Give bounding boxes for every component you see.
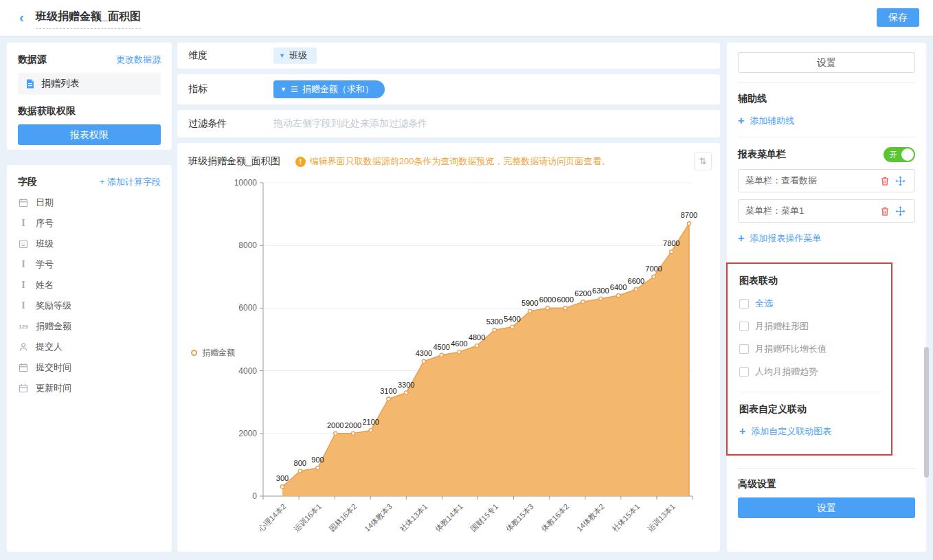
chevron-down-icon: ▼ bbox=[280, 86, 286, 93]
legend-item[interactable]: 捐赠金额 bbox=[191, 347, 235, 359]
linkage-option-label: 全选 bbox=[755, 298, 773, 310]
move-icon[interactable] bbox=[892, 206, 908, 216]
checkbox-icon[interactable] bbox=[739, 299, 749, 309]
field-item[interactable]: I姓名 bbox=[18, 275, 161, 295]
field-item[interactable]: I学号 bbox=[18, 254, 161, 275]
plus-icon: + bbox=[100, 177, 107, 187]
svg-text:4500: 4500 bbox=[433, 343, 449, 351]
add-report-menu-link[interactable]: + 添加报表操作菜单 bbox=[738, 232, 915, 245]
svg-text:6000: 6000 bbox=[557, 295, 574, 304]
field-item[interactable]: 日期 bbox=[18, 192, 161, 213]
dimension-row: 维度 ▼ 班级 bbox=[177, 43, 720, 69]
svg-text:社体15本1: 社体15本1 bbox=[610, 502, 641, 533]
svg-text:2000: 2000 bbox=[345, 421, 361, 429]
checkbox-icon[interactable] bbox=[739, 367, 749, 377]
fields-title: 字段 bbox=[18, 176, 37, 188]
svg-text:体教14本1: 体教14本1 bbox=[433, 502, 464, 534]
svg-text:7800: 7800 bbox=[663, 239, 679, 247]
delete-icon[interactable] bbox=[877, 206, 892, 216]
svg-text:800: 800 bbox=[294, 459, 306, 467]
svg-text:5400: 5400 bbox=[504, 315, 520, 323]
report-permission-button[interactable]: 报表权限 bbox=[18, 124, 161, 145]
checkbox-icon[interactable] bbox=[739, 344, 749, 354]
linkage-option-label: 人均月捐赠趋势 bbox=[755, 366, 818, 378]
svg-text:4600: 4600 bbox=[451, 339, 467, 348]
aux-line-title: 辅助线 bbox=[738, 93, 915, 105]
svg-text:2100: 2100 bbox=[362, 418, 379, 426]
svg-text:6000: 6000 bbox=[238, 303, 257, 313]
dimension-tag[interactable]: ▼ 班级 bbox=[273, 47, 317, 64]
menu-bar-toggle[interactable]: 开 bbox=[884, 147, 915, 162]
field-item[interactable]: 123捐赠金额 bbox=[18, 316, 161, 337]
dimension-label: 维度 bbox=[188, 49, 273, 62]
move-icon[interactable] bbox=[892, 176, 908, 186]
filter-row[interactable]: 过滤条件 拖动左侧字段到此处来添加过滤条件 bbox=[177, 110, 720, 137]
toggle-on-label: 开 bbox=[890, 150, 897, 160]
linkage-option[interactable]: 全选 bbox=[739, 298, 881, 310]
checkbox-icon[interactable] bbox=[739, 322, 749, 331]
change-datasource-link[interactable]: 更改数据源 bbox=[116, 54, 161, 66]
notice-text: 编辑界面只取数据源前200条作为查询数据预览，完整数据请访问页面查看。 bbox=[310, 155, 611, 168]
svg-text:心理14本2: 心理14本2 bbox=[256, 502, 288, 534]
svg-text:2000: 2000 bbox=[238, 429, 257, 438]
add-calc-field-link[interactable]: + 添加计算字段 bbox=[100, 176, 161, 188]
datasource-item[interactable]: 捐赠列表 bbox=[18, 73, 161, 95]
svg-text:300: 300 bbox=[276, 474, 289, 482]
field-item[interactable]: 更新时间 bbox=[18, 378, 161, 399]
select-icon bbox=[18, 239, 29, 249]
field-item[interactable]: 提交时间 bbox=[18, 357, 161, 378]
fields-panel: 字段 + 添加计算字段 日期I序号班级I学号I姓名I奖励等级123捐赠金额提交人… bbox=[7, 165, 172, 552]
add-custom-linkage-link[interactable]: + 添加自定义联动图表 bbox=[739, 425, 881, 438]
chart-panel: 班级捐赠金额_面积图 ! 编辑界面只取数据源前200条作为查询数据预览，完整数据… bbox=[177, 143, 720, 552]
menu-bar-item[interactable]: 菜单栏：菜单1 bbox=[738, 199, 915, 223]
svg-text:5300: 5300 bbox=[486, 317, 503, 326]
toggle-knob bbox=[901, 148, 914, 161]
field-label: 姓名 bbox=[36, 279, 54, 291]
dimension-value: 班级 bbox=[289, 49, 307, 62]
datasource-panel: 数据源 更改数据源 捐赠列表 数据获取权限 报表权限 bbox=[7, 43, 172, 150]
menu-bar-title: 报表菜单栏 bbox=[738, 148, 786, 161]
advanced-title: 高级设置 bbox=[738, 478, 915, 491]
linkage-option[interactable]: 月捐赠环比增长值 bbox=[739, 343, 881, 355]
metric-tag[interactable]: ▼ ☰ 捐赠金额（求和） bbox=[273, 80, 385, 98]
metric-label: 指标 bbox=[188, 83, 273, 96]
svg-text:14体教本3: 14体教本3 bbox=[363, 502, 394, 533]
preview-notice: ! 编辑界面只取数据源前200条作为查询数据预览，完整数据请访问页面查看。 bbox=[295, 155, 694, 168]
svg-text:8700: 8700 bbox=[681, 211, 697, 219]
plus-icon: + bbox=[738, 234, 744, 243]
sort-button[interactable]: ⇅ bbox=[694, 153, 712, 170]
advanced-settings-button[interactable]: 设置 bbox=[738, 497, 915, 518]
menu-item-label: 菜单栏：查看数据 bbox=[745, 175, 877, 187]
svg-text:社体13本1: 社体13本1 bbox=[398, 502, 429, 533]
svg-text:园林16本2: 园林16本2 bbox=[328, 502, 359, 533]
area-chart-svg: 0200040006000800010000300800900200020002… bbox=[184, 175, 713, 546]
metric-row: 指标 ▼ ☰ 捐赠金额（求和） bbox=[177, 74, 720, 104]
svg-text:3100: 3100 bbox=[380, 387, 396, 395]
linkage-option[interactable]: 人均月捐赠趋势 bbox=[739, 366, 881, 378]
linkage-option[interactable]: 月捐赠柱形图 bbox=[739, 320, 881, 333]
scrollbar-thumb[interactable] bbox=[924, 347, 929, 478]
save-button[interactable]: 保存 bbox=[877, 8, 919, 27]
svg-text:运训13本1: 运训13本1 bbox=[646, 502, 677, 533]
delete-icon[interactable] bbox=[877, 176, 892, 186]
field-item[interactable]: I序号 bbox=[18, 213, 161, 234]
field-item[interactable]: I奖励等级 bbox=[18, 295, 161, 316]
top-header: ‹ 班级捐赠金额_面积图 保存 bbox=[0, 0, 933, 36]
svg-text:6200: 6200 bbox=[574, 289, 591, 298]
filter-label: 过滤条件 bbox=[188, 117, 273, 130]
field-label: 序号 bbox=[36, 217, 54, 229]
settings-button-top[interactable]: 设置 bbox=[738, 52, 915, 73]
linkage-option-label: 月捐赠环比增长值 bbox=[755, 343, 827, 355]
menu-bar-item[interactable]: 菜单栏：查看数据 bbox=[738, 169, 915, 192]
text-icon: I bbox=[18, 219, 29, 228]
field-label: 提交人 bbox=[36, 341, 63, 353]
linkage-option-label: 月捐赠柱形图 bbox=[755, 320, 809, 333]
svg-text:运训16本1: 运训16本1 bbox=[292, 502, 323, 533]
calendar-icon bbox=[18, 363, 29, 372]
svg-text:4800: 4800 bbox=[469, 333, 485, 341]
field-item[interactable]: 班级 bbox=[18, 234, 161, 254]
add-aux-line-link[interactable]: + 添加辅助线 bbox=[738, 115, 915, 127]
linkage-option-list: 全选月捐赠柱形图月捐赠环比增长值人均月捐赠趋势 bbox=[739, 298, 881, 378]
field-item[interactable]: 提交人 bbox=[18, 337, 161, 357]
back-icon[interactable]: ‹ bbox=[19, 9, 24, 25]
